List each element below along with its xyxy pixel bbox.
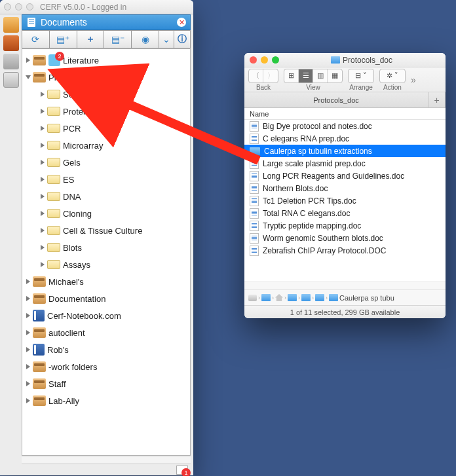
sidebar-icon-4[interactable] <box>3 72 19 88</box>
disclosure-icon[interactable] <box>41 228 45 233</box>
tree-item-assays[interactable]: Assays <box>24 256 189 273</box>
file-row[interactable]: Northern Blots.doc <box>244 182 446 194</box>
file-row[interactable]: Large scale plasmid prep.doc <box>244 157 446 170</box>
file-name: Tc1 Deletion PCR Tips.doc <box>263 196 356 206</box>
view-button[interactable]: ◉ <box>131 30 159 48</box>
documents-tree[interactable]: 2LiteratureProtocolsSequencingProteinPCR… <box>22 48 191 456</box>
disclosure-icon[interactable] <box>26 381 30 386</box>
sidebar-icon-1[interactable] <box>3 17 19 33</box>
file-row[interactable]: Long PCR Reagents and Guidelines.doc <box>244 170 446 182</box>
info-button[interactable]: ⓘ <box>174 30 191 48</box>
tab-protocols[interactable]: Protocols_doc <box>244 92 428 107</box>
disclosure-icon[interactable] <box>26 330 30 335</box>
tree-item-gels[interactable]: Gels <box>24 154 189 171</box>
column-view-button[interactable]: ▥ <box>313 69 328 82</box>
close-window-button[interactable] <box>4 3 11 10</box>
tree-item-staff[interactable]: Staff <box>24 375 189 392</box>
remove-doc-button[interactable]: ▤⁻ <box>104 30 132 48</box>
sidebar-icon-3[interactable] <box>3 54 19 69</box>
file-row[interactable]: Worm genomic Southern blots.doc <box>244 232 446 244</box>
forward-button[interactable]: 〉 <box>263 69 278 82</box>
add-doc-button[interactable]: ▤⁺ <box>49 30 77 48</box>
path-folder-1[interactable] <box>261 294 271 301</box>
tree-scrollbar[interactable] <box>22 456 191 464</box>
disclosure-icon[interactable] <box>41 92 45 97</box>
minimize-window-button[interactable] <box>15 3 22 10</box>
disclosure-icon[interactable] <box>26 364 30 369</box>
close-panel-button[interactable]: ✕ <box>177 18 186 27</box>
disclosure-icon[interactable] <box>26 75 31 79</box>
disclosure-icon[interactable] <box>26 313 30 318</box>
arrange-button[interactable]: ⊟ ˅ <box>349 69 373 82</box>
disclosure-icon[interactable] <box>26 398 30 403</box>
tree-item-rob-s[interactable]: Rob's <box>24 341 189 358</box>
disclosure-icon[interactable] <box>41 177 45 182</box>
list-view-button[interactable]: ☰ <box>299 69 313 82</box>
disclosure-icon[interactable] <box>41 262 45 267</box>
disclosure-icon[interactable] <box>41 126 45 131</box>
window-controls <box>4 3 33 10</box>
file-list[interactable]: Big Dye protocol and notes.docC elegans … <box>244 120 446 282</box>
cerf-titlebar[interactable]: CERF v5.0.0 - Logged in <box>0 0 193 14</box>
tree-item-es[interactable]: ES <box>24 171 189 188</box>
tree-item-lab-ally[interactable]: Lab-Ally <box>24 392 189 409</box>
path-home[interactable] <box>275 294 283 301</box>
zoom-window-button[interactable] <box>26 3 33 10</box>
disclosure-icon[interactable] <box>41 143 45 148</box>
tree-item-protein[interactable]: Protein <box>24 103 189 120</box>
minimize-window-button[interactable] <box>261 56 268 64</box>
tree-item-michael-s[interactable]: Michael's <box>24 273 189 290</box>
file-row[interactable]: Total RNA C elegans.doc <box>244 207 446 219</box>
back-button[interactable]: 〈 <box>249 69 263 82</box>
add-button[interactable]: ＋ <box>77 30 105 48</box>
refresh-button[interactable]: ⟳ <box>22 30 50 48</box>
action-button[interactable]: ✲ ˅ <box>380 69 405 82</box>
tree-item-autoclient[interactable]: autoclient <box>24 324 189 341</box>
disclosure-icon[interactable] <box>41 211 45 216</box>
tree-item-cerf-notebook-com[interactable]: Cerf-Notebook.com <box>24 307 189 324</box>
tree-item--work-folders[interactable]: -work folders <box>24 358 189 375</box>
tree-item-blots[interactable]: Blots <box>24 239 189 256</box>
expand-button[interactable]: ⌄ <box>159 30 174 48</box>
file-row[interactable]: C elegans RNA prep.doc <box>244 132 446 145</box>
disclosure-icon[interactable] <box>26 296 30 301</box>
disclosure-icon[interactable] <box>26 347 30 352</box>
tree-item-dna[interactable]: DNA <box>24 188 189 205</box>
column-header[interactable]: Name <box>244 108 446 120</box>
tree-item-pcr[interactable]: PCR <box>24 120 189 137</box>
disclosure-icon[interactable] <box>41 109 45 114</box>
toolbar-overflow-button[interactable]: » <box>411 75 416 85</box>
disclosure-icon[interactable] <box>41 245 45 250</box>
file-row[interactable]: Big Dye protocol and notes.doc <box>244 120 446 132</box>
finder-title-text: Protocols_doc <box>343 56 392 65</box>
tree-item-sequencing[interactable]: Sequencing <box>24 86 189 103</box>
sidebar-icon-2[interactable] <box>3 35 19 51</box>
zoom-window-button[interactable] <box>272 56 279 64</box>
tree-item-documentation[interactable]: Documentation <box>24 290 189 307</box>
tree-item-microarray[interactable]: Microarray <box>24 137 189 154</box>
tree-item-cell-tissue-culture[interactable]: Cell & Tissue Culture <box>24 222 189 239</box>
file-scrollbar[interactable] <box>244 282 446 289</box>
disclosure-icon[interactable] <box>26 58 30 63</box>
status-doc-icon[interactable]: 1 <box>176 466 188 475</box>
tree-item-protocols[interactable]: Protocols <box>24 69 189 86</box>
close-window-button[interactable] <box>250 56 257 64</box>
file-row[interactable]: Zebrafish ChIP Array Protocol.DOC <box>244 244 446 257</box>
file-row[interactable]: Caulerpa sp tubulin extractions <box>244 145 446 157</box>
tree-item-literature[interactable]: 2Literature <box>24 52 189 69</box>
gallery-view-button[interactable]: ▦ <box>328 69 342 82</box>
disclosure-icon[interactable] <box>41 194 45 199</box>
path-current[interactable]: Caulerpa sp tubu <box>329 294 394 302</box>
icon-view-button[interactable]: ⊞ <box>284 69 299 82</box>
disclosure-icon[interactable] <box>41 160 45 165</box>
new-tab-button[interactable]: + <box>428 92 446 107</box>
path-folder-3[interactable] <box>301 294 311 301</box>
path-folder-2[interactable] <box>288 294 297 301</box>
file-row[interactable]: Tc1 Deletion PCR Tips.doc <box>244 194 446 207</box>
file-row[interactable]: Tryptic peptide mapping.doc <box>244 219 446 232</box>
finder-titlebar[interactable]: Protocols_doc <box>244 53 446 67</box>
path-disk[interactable] <box>248 295 257 301</box>
disclosure-icon[interactable] <box>26 279 30 284</box>
path-folder-4[interactable] <box>315 294 324 301</box>
tree-item-cloning[interactable]: Cloning <box>24 205 189 222</box>
